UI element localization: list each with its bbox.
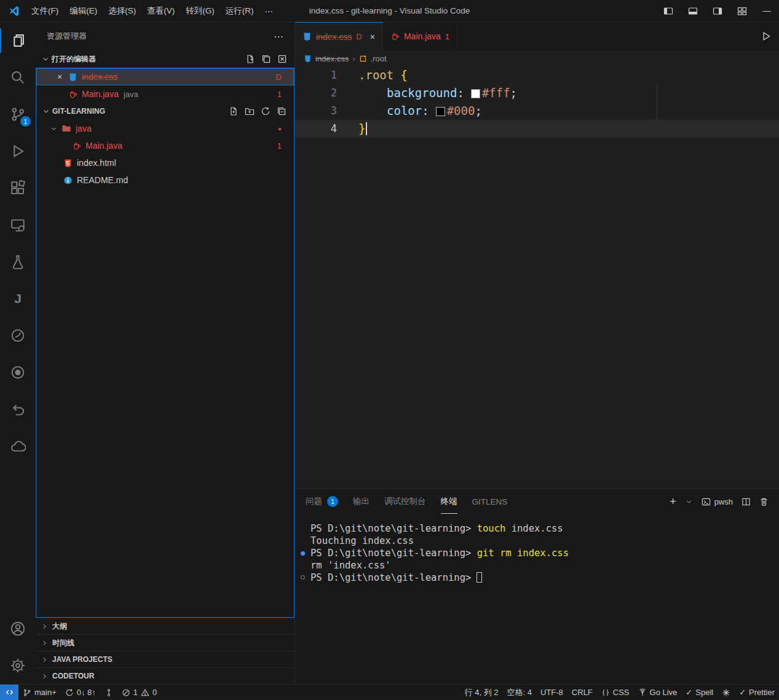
open-editor-index-css[interactable]: × index.css D — [36, 68, 294, 85]
statusbar-right: 行 4, 列 2 空格: 4 UTF-8 CRLF CSS Go Live ✓ … — [461, 685, 779, 700]
run-debug-icon[interactable] — [0, 133, 36, 170]
breadcrumb-file[interactable]: index.css — [315, 54, 349, 63]
cloud-icon[interactable] — [0, 428, 36, 465]
eol-item[interactable]: CRLF — [567, 685, 597, 700]
tab-debug-console[interactable]: 调试控制台 — [384, 489, 426, 514]
source-control-icon[interactable]: 1 — [0, 96, 36, 133]
remote-indicator[interactable] — [0, 685, 18, 700]
java-extension-icon[interactable]: J — [0, 280, 36, 317]
run-file-icon[interactable] — [761, 31, 772, 42]
cursor-position-item[interactable]: 行 4, 列 2 — [461, 685, 503, 700]
git-sync-item[interactable]: 0↓ 8↑ — [61, 685, 100, 700]
branch-name: main+ — [34, 688, 57, 697]
section-java-projects[interactable]: JAVA PROJECTS — [36, 651, 295, 667]
collapse-all-icon[interactable] — [275, 105, 288, 117]
git-branch-item[interactable]: main+ — [18, 685, 61, 700]
open-editor-main-java[interactable]: Main.java java 1 — [36, 85, 294, 103]
refresh-icon[interactable] — [259, 105, 272, 117]
menu-edit[interactable]: 编辑(E) — [64, 3, 103, 19]
terminal[interactable]: PS D:\git\note\git-learning> touch index… — [295, 514, 779, 684]
indentation-item[interactable]: 空格: 4 — [503, 685, 536, 700]
tab-problems[interactable]: 问题 1 — [306, 489, 338, 514]
css-value: #000 — [447, 104, 475, 117]
section-outline[interactable]: 大纲 — [36, 618, 295, 634]
go-live-item[interactable]: Go Live — [634, 685, 682, 700]
layout-customize-icon[interactable] — [730, 0, 754, 22]
record-circle-icon[interactable] — [0, 354, 36, 391]
layout-sidebar-right-icon[interactable] — [705, 0, 730, 22]
minimize-button[interactable]: — — [754, 0, 779, 22]
window-title: index.css - git-learning - Visual Studio… — [309, 6, 470, 15]
error-count: 1 — [133, 688, 138, 697]
menu-view[interactable]: 查看(V) — [141, 3, 180, 19]
color-swatch-white[interactable] — [471, 89, 480, 98]
account-icon[interactable] — [0, 610, 36, 647]
code-line-1: 1 .root{ — [295, 66, 779, 84]
menu-file[interactable]: 文件(F) — [26, 3, 64, 19]
tab-main-java[interactable]: Main.java 1 — [383, 22, 457, 50]
explorer-tree[interactable]: × index.css D Main.java java 1 GIT-LEARN… — [36, 68, 295, 618]
command: git — [477, 548, 494, 559]
new-terminal-icon[interactable]: + — [670, 495, 676, 508]
tab-terminal[interactable]: 终端 — [441, 489, 457, 514]
commit-graph-icon[interactable] — [100, 685, 117, 700]
tab-output[interactable]: 输出 — [353, 489, 370, 514]
check-icon: ✓ — [686, 688, 692, 697]
close-icon[interactable]: × — [55, 72, 65, 82]
section-timeline[interactable]: 时间线 — [36, 634, 295, 651]
split-terminal-icon[interactable] — [741, 497, 751, 506]
tree-file-main-java[interactable]: Main.java 1 — [36, 137, 294, 154]
prettier-item[interactable]: ✓ Prettier — [735, 685, 779, 700]
close-all-editors-icon[interactable] — [276, 53, 288, 65]
new-untitled-file-icon[interactable] — [244, 53, 256, 65]
breadcrumb-symbol[interactable]: .root — [371, 54, 387, 63]
codetour-icon[interactable] — [0, 391, 36, 428]
problems-count-badge: 1 — [327, 496, 338, 507]
tree-folder-java[interactable]: java ● — [36, 120, 294, 137]
new-file-icon[interactable] — [227, 105, 240, 117]
command-success-decoration[interactable] — [301, 551, 305, 556]
layout-panel-icon[interactable] — [681, 0, 705, 22]
testing-beaker-icon[interactable] — [0, 243, 36, 280]
trash-icon[interactable] — [759, 497, 769, 506]
code-editor[interactable]: 1 .root{ 2 background:#fff; 3 color:#000… — [295, 66, 779, 489]
settings-gear-icon[interactable] — [0, 647, 36, 684]
tree-file-readme-md[interactable]: README.md — [36, 171, 294, 189]
extension-status-icon[interactable] — [718, 685, 735, 700]
open-editors-header[interactable]: 打开的编辑器 — [36, 50, 295, 68]
menu-more-icon[interactable]: ⋯ — [259, 4, 279, 18]
terminal-instance-pwsh[interactable]: pwsh — [702, 497, 733, 506]
close-icon[interactable]: × — [370, 32, 375, 42]
statusbar: main+ 0↓ 8↑ 1 0 行 4, 列 2 空格: 4 UTF-8 CRL… — [0, 684, 779, 700]
tab-index-css[interactable]: index.css D × — [295, 22, 383, 50]
tab-label: Main.java — [404, 31, 441, 41]
spring-boot-icon[interactable] — [0, 317, 36, 354]
tree-file-index-html[interactable]: index.html — [36, 154, 294, 171]
css-file-icon — [303, 32, 312, 41]
menu-goto[interactable]: 转到(G) — [180, 3, 220, 19]
chevron-down-icon[interactable] — [685, 498, 693, 506]
sidebar-more-icon[interactable]: ⋯ — [274, 31, 283, 42]
explorer-icon[interactable] — [0, 22, 36, 59]
colon: : — [457, 86, 464, 100]
layout-sidebar-left-icon[interactable] — [656, 0, 681, 22]
encoding-item[interactable]: UTF-8 — [536, 685, 567, 700]
menu-run[interactable]: 运行(R) — [220, 3, 259, 19]
language-mode-item[interactable]: CSS — [597, 685, 634, 700]
menu-selection[interactable]: 选择(S) — [103, 3, 141, 19]
panel-actions: + pwsh — [670, 495, 769, 508]
tab-label: 问题 — [306, 496, 322, 507]
save-all-icon[interactable] — [260, 53, 272, 65]
css-value: #fff — [482, 86, 510, 100]
project-header[interactable]: GIT-LEARNING — [36, 103, 294, 120]
spell-checker-item[interactable]: ✓ Spell — [681, 685, 718, 700]
search-icon[interactable] — [0, 59, 36, 96]
color-swatch-black[interactable] — [436, 107, 445, 116]
problems-status-item[interactable]: 1 0 — [117, 685, 161, 700]
new-folder-icon[interactable] — [243, 105, 256, 117]
section-codetour[interactable]: CODETOUR — [36, 667, 295, 684]
remote-explorer-icon[interactable] — [0, 206, 36, 243]
tab-gitlens[interactable]: GITLENS — [472, 489, 508, 514]
extensions-icon[interactable] — [0, 170, 36, 206]
command-pending-decoration[interactable] — [301, 575, 305, 580]
